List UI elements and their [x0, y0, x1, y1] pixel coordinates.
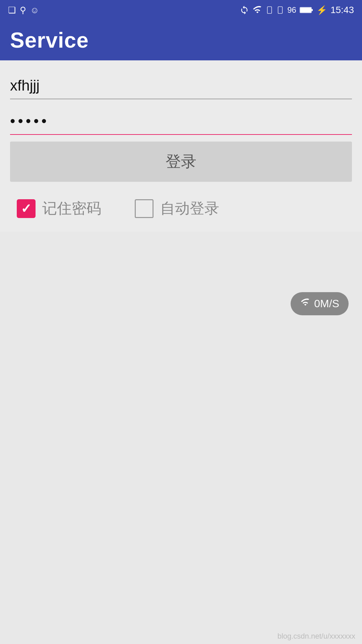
bolt-icon: ⚡: [316, 5, 327, 15]
svg-rect-4: [300, 8, 311, 12]
remember-password-item: 记住密码: [17, 199, 135, 218]
password-dots: •••••: [10, 106, 352, 134]
svg-rect-1: [278, 7, 283, 13]
remember-password-checkbox[interactable]: [17, 199, 36, 218]
wifi-status-icon: [252, 5, 262, 15]
battery-level: 96: [287, 5, 296, 15]
password-underline: [10, 134, 352, 135]
password-group: •••••: [10, 106, 352, 135]
network-speed-text: 0M/S: [314, 298, 339, 310]
auto-login-label: 自动登录: [160, 199, 219, 218]
status-bar-right: 96 ⚡ 15:43: [240, 5, 354, 15]
status-bar: ❏ ⚲ ☺ 96 ⚡ 15:43: [0, 0, 362, 20]
options-row: 记住密码 自动登录: [10, 195, 352, 222]
sync-icon: [240, 5, 249, 15]
usb-icon: ⚲: [20, 5, 26, 15]
username-group: [10, 70, 352, 99]
svg-rect-0: [267, 7, 272, 13]
auto-login-checkbox[interactable]: [135, 199, 154, 218]
login-button[interactable]: 登录: [10, 142, 352, 182]
remember-password-label: 记住密码: [42, 199, 101, 218]
app-bar: Service: [0, 20, 362, 60]
wifi-badge-icon: [300, 298, 311, 310]
battery-icon: [300, 6, 313, 14]
auto-login-item: 自动登录: [135, 199, 219, 218]
message-icon: ☺: [30, 5, 39, 15]
phone-icon: [266, 5, 273, 15]
svg-rect-3: [311, 9, 313, 11]
app-title: Service: [10, 28, 89, 53]
username-input[interactable]: [10, 70, 352, 99]
status-bar-left: ❏ ⚲ ☺: [8, 5, 39, 15]
phone2-icon: [277, 5, 284, 15]
shield-icon: ❏: [8, 5, 16, 15]
status-time: 15:43: [330, 5, 354, 15]
network-speed-badge: 0M/S: [291, 292, 349, 315]
content-area: ••••• 登录 记住密码 自动登录: [0, 60, 362, 232]
watermark: blog.csdn.net/u/xxxxxxx: [278, 632, 355, 641]
